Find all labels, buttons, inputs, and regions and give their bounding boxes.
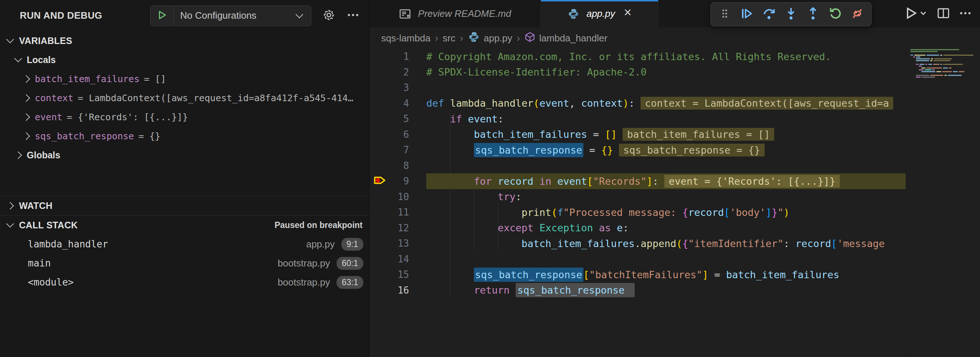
- step-over-button[interactable]: [759, 5, 779, 24]
- restart-button[interactable]: [826, 5, 845, 24]
- chevron-right-icon: [22, 132, 30, 140]
- variable-value: = {}: [138, 131, 161, 142]
- variable-row-sqs_batch_response[interactable]: sqs_batch_response= {}: [0, 126, 369, 145]
- code-text[interactable]: # SPDX-License-Identifier: Apache-2.0: [409, 66, 646, 78]
- step-into-button[interactable]: [781, 5, 800, 24]
- line-number[interactable]: 16: [391, 285, 409, 296]
- breakpoint-gutter[interactable]: [369, 173, 391, 190]
- line-number[interactable]: 8: [391, 160, 409, 171]
- breadcrumb-item-sqs-lambda[interactable]: sqs-lambda: [381, 33, 430, 44]
- breadcrumb-item-app-py[interactable]: app.py: [468, 31, 512, 46]
- step-out-button[interactable]: [803, 5, 822, 24]
- line-number[interactable]: 5: [391, 113, 409, 124]
- inline-debug-value: batch_item_failures = []: [622, 128, 774, 141]
- line-number[interactable]: 15: [391, 269, 409, 280]
- breadcrumb-item-lambda-handler[interactable]: lambda_handler: [524, 32, 607, 45]
- minimap-segment: [942, 71, 952, 72]
- minimap-segment: [953, 71, 958, 72]
- line-number[interactable]: 10: [391, 191, 409, 202]
- line-number[interactable]: 7: [391, 144, 409, 155]
- variables-section-header[interactable]: VARIABLES: [0, 31, 369, 50]
- variable-row-context[interactable]: context= LambdaContext([aws_request_id=a…: [0, 88, 369, 107]
- breadcrumb-item-src[interactable]: src: [443, 33, 456, 44]
- code-text[interactable]: sqs_batch_response = {}sqs_batch_respons…: [409, 143, 765, 157]
- code-text[interactable]: if event:: [409, 113, 504, 124]
- code-text[interactable]: print(f"Processed message: {record['body…: [409, 207, 789, 218]
- frame-position-badge: 9:1: [341, 238, 363, 251]
- code-text[interactable]: batch_item_failures.append({"itemIdentif…: [409, 238, 885, 249]
- stack-frame-row[interactable]: lambda_handlerapp.py9:1: [0, 234, 369, 253]
- line-number[interactable]: 4: [391, 98, 409, 109]
- symbol-method-icon: [524, 32, 535, 45]
- preview-icon: [399, 8, 411, 20]
- line-number[interactable]: 2: [391, 67, 409, 78]
- more-actions-icon[interactable]: [347, 8, 360, 23]
- code-token: ]: [702, 269, 708, 280]
- code-token: =: [583, 144, 601, 156]
- minimap-segment: [926, 54, 939, 56]
- tab-preview-readme-md[interactable]: Preview README.md: [369, 0, 541, 27]
- debug-config-label: No Configurations: [173, 10, 297, 21]
- gear-icon[interactable]: [322, 8, 336, 23]
- variable-row-batch_item_failures[interactable]: batch_item_failures= []: [0, 69, 369, 88]
- code-text[interactable]: # Copyright Amazon.com, Inc. or its affi…: [409, 51, 831, 62]
- code-token: event: [539, 97, 569, 109]
- line-number[interactable]: 13: [391, 238, 409, 249]
- code-token: batch_item_failures: [474, 129, 587, 140]
- minimap[interactable]: [906, 27, 980, 357]
- code-area[interactable]: 1# Copyright Amazon.com, Inc. or its aff…: [369, 49, 906, 357]
- code-text[interactable]: def lambda_handler(event, context):conte…: [409, 97, 893, 110]
- debug-config-dropdown[interactable]: No Configurations: [150, 5, 311, 26]
- code-text[interactable]: batch_item_failures = []batch_item_failu…: [409, 128, 774, 141]
- code-token: lambda_handler: [450, 97, 534, 109]
- scope-row-globals[interactable]: Globals: [0, 145, 369, 164]
- run-python-file-button[interactable]: [903, 5, 928, 22]
- line-number[interactable]: 11: [391, 207, 409, 218]
- scope-row-locals[interactable]: Locals: [0, 50, 369, 69]
- minimap-segment: [949, 67, 951, 69]
- minimap-segment: [926, 67, 942, 69]
- minimap-segment: [926, 64, 927, 65]
- chevron-down-icon[interactable]: [918, 8, 928, 19]
- watch-section-header[interactable]: WATCH: [0, 196, 369, 215]
- disconnect-button[interactable]: [848, 5, 867, 24]
- restart-icon: [828, 6, 843, 22]
- code-token: =: [587, 129, 605, 140]
- code-token: [: [583, 269, 589, 280]
- line-number[interactable]: 9: [391, 175, 409, 186]
- line-number[interactable]: 3: [391, 82, 409, 93]
- line-number[interactable]: 12: [391, 223, 409, 233]
- toolbar-drag-handle[interactable]: [715, 5, 734, 24]
- line-number[interactable]: 1: [391, 51, 409, 62]
- minimap-segment: [934, 58, 952, 59]
- code-token: try: [498, 191, 515, 202]
- start-debugging-button[interactable]: [151, 6, 173, 26]
- variable-name: event: [35, 112, 62, 123]
- code-text[interactable]: return sqs_batch_response: [409, 283, 635, 297]
- code-token: "itemIdentifier": [688, 238, 783, 249]
- vscode-window: RUN AND DEBUG No Configurations VARIABLE…: [0, 0, 980, 357]
- code-text[interactable]: try:: [409, 191, 522, 202]
- call-stack-section-header[interactable]: CALL STACK Paused on breakpoint: [0, 215, 369, 234]
- line-number[interactable]: 14: [391, 253, 409, 265]
- line-number[interactable]: 6: [391, 129, 409, 140]
- split-editor-icon: [937, 6, 950, 21]
- variable-row-event[interactable]: event= {'Records': [{...}]}: [0, 107, 369, 126]
- code-text[interactable]: except Exception as e:: [409, 222, 629, 233]
- close-icon[interactable]: ×: [622, 8, 632, 19]
- tab-app-py[interactable]: app.py×: [541, 0, 659, 27]
- disconnect-icon: [850, 6, 865, 22]
- stack-frame-row[interactable]: <module>bootstrap.py63:1: [0, 273, 369, 292]
- editor-more-actions-button[interactable]: [959, 6, 972, 21]
- stack-frame-row[interactable]: mainbootstrap.py60:1: [0, 253, 369, 273]
- code-text[interactable]: sqs_batch_response["batchItemFailures"] …: [409, 268, 839, 282]
- sidebar-header: RUN AND DEBUG No Configurations: [0, 0, 369, 31]
- code-token: sqs_batch_response: [474, 143, 583, 157]
- continue-button[interactable]: [737, 5, 756, 24]
- split-editor-button[interactable]: [937, 6, 950, 21]
- code-line: 16 return sqs_batch_response: [369, 283, 906, 298]
- code-text[interactable]: for record in event["Records"]:event = {…: [409, 175, 840, 188]
- minimap-segment: [940, 54, 942, 56]
- minimap-segment: [931, 58, 933, 59]
- code-token: [: [831, 238, 837, 249]
